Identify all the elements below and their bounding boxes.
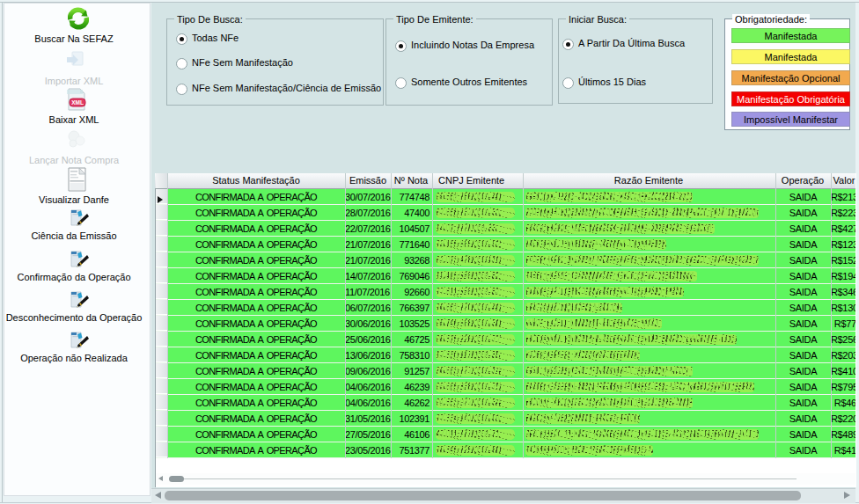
svg-text:XML: XML bbox=[71, 99, 84, 106]
